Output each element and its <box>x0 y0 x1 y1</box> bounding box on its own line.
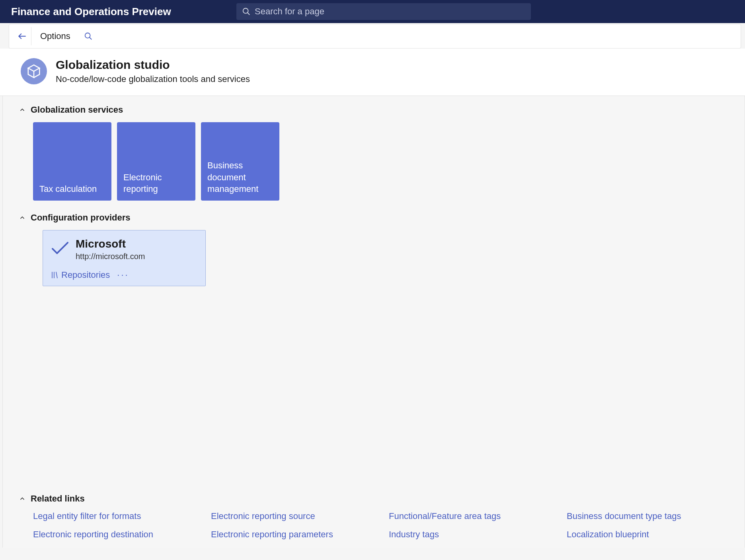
provider-card[interactable]: Microsoft http://microsoft.com Repositor… <box>43 230 206 286</box>
section-header-providers[interactable]: Configuration providers <box>19 213 731 223</box>
box-icon <box>26 64 41 79</box>
related-link[interactable]: Electronic reporting source <box>211 511 373 521</box>
related-link[interactable]: Functional/Feature area tags <box>389 511 551 521</box>
svg-line-4 <box>90 37 92 40</box>
related-link[interactable]: Electronic reporting parameters <box>211 529 373 540</box>
search-box[interactable] <box>236 3 531 20</box>
repository-icon <box>51 271 58 279</box>
section-related: Related links Legal entity filter for fo… <box>3 494 745 540</box>
repositories-label: Repositories <box>61 270 110 280</box>
content-area: Globalization services Tax calculation E… <box>2 96 745 548</box>
svg-point-3 <box>85 33 90 38</box>
top-bar: Finance and Operations Preview <box>0 0 745 23</box>
related-link[interactable]: Business document type tags <box>567 511 729 521</box>
search-icon <box>84 32 93 41</box>
tile-label: Tax calculation <box>39 183 97 195</box>
related-link[interactable]: Localization blueprint <box>567 529 729 540</box>
chevron-up-icon <box>19 495 26 502</box>
tile-electronic-reporting[interactable]: Electronic reporting <box>117 122 195 201</box>
tile-business-document-management[interactable]: Business document management <box>201 122 279 201</box>
options-button[interactable]: Options <box>33 31 78 41</box>
section-header-services[interactable]: Globalization services <box>19 105 731 115</box>
svg-point-0 <box>243 8 248 14</box>
chevron-up-icon <box>19 106 26 113</box>
search-input[interactable] <box>255 6 525 17</box>
action-bar: Options <box>9 24 741 49</box>
section-title: Related links <box>31 494 85 504</box>
back-button[interactable] <box>13 27 31 45</box>
related-link[interactable]: Electronic reporting destination <box>33 529 195 540</box>
section-providers: Configuration providers Microsoft http:/… <box>19 213 731 286</box>
tile-label: Electronic reporting <box>123 172 189 195</box>
section-services: Globalization services Tax calculation E… <box>19 105 731 201</box>
section-header-related[interactable]: Related links <box>19 494 729 504</box>
provider-name: Microsoft <box>76 238 145 250</box>
more-menu-button[interactable]: ··· <box>117 270 129 280</box>
app-title: Finance and Operations Preview <box>11 6 171 18</box>
provider-url: http://microsoft.com <box>76 252 145 261</box>
page-subtitle: No-code/low-code globalization tools and… <box>56 74 250 84</box>
back-arrow-icon <box>17 31 27 41</box>
repositories-link[interactable]: Repositories <box>51 270 110 280</box>
section-title: Globalization services <box>31 105 123 115</box>
checkmark-icon <box>51 240 69 258</box>
tile-label: Business document management <box>207 160 273 195</box>
search-icon <box>242 7 251 16</box>
svg-line-1 <box>248 13 250 15</box>
chevron-up-icon <box>19 214 26 221</box>
section-title: Configuration providers <box>31 213 131 223</box>
filter-button[interactable] <box>79 27 98 45</box>
page-title: Globalization studio <box>56 58 250 72</box>
tile-tax-calculation[interactable]: Tax calculation <box>33 122 111 201</box>
page-header: Globalization studio No-code/low-code gl… <box>0 49 745 96</box>
svg-line-7 <box>56 272 57 278</box>
related-link[interactable]: Industry tags <box>389 529 551 540</box>
workspace-icon <box>21 58 47 84</box>
related-link[interactable]: Legal entity filter for formats <box>33 511 195 521</box>
